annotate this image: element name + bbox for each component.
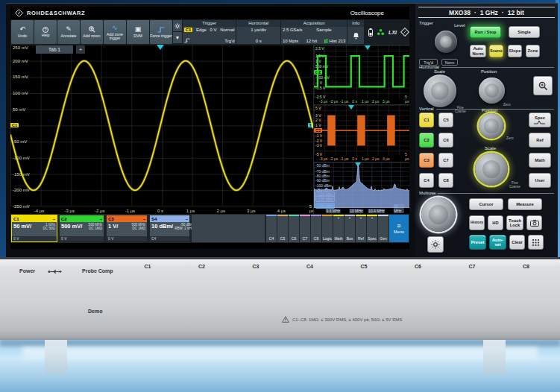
measure-button[interactable]: Measure	[508, 198, 542, 210]
ref-button[interactable]: Ref	[529, 133, 551, 148]
channel-badge-s4[interactable]: S4–10 dBm/-50 dBmRBW: 2 kHzC4	[149, 215, 190, 242]
vertical-position-knob[interactable]	[479, 113, 504, 139]
gear-icon[interactable]	[173, 20, 182, 31]
badge-header: C1–	[12, 215, 57, 222]
panel-s4-spectrum[interactable]: -50 dBm-70 dBm-80 dBm-90 dBm-100 dBm-110…	[313, 162, 409, 214]
toolbar-button-undo[interactable]: ↶Undo	[11, 20, 34, 44]
c3-pulse-trace	[314, 105, 409, 156]
v-scale-label: Scale	[485, 146, 496, 151]
signal-button-c6[interactable]: C6	[289, 215, 299, 242]
usb-icon	[48, 268, 63, 275]
trigger-level-knob[interactable]	[435, 31, 457, 53]
oscilloscope-display[interactable]: ROHDE&SCHWARZ Oscilloscope ↶Undo?Help✎An…	[10, 7, 409, 249]
signal-button-c8[interactable]: C8	[311, 215, 321, 242]
trigger-source-chip: C1	[184, 28, 193, 32]
single-button[interactable]: Single	[509, 26, 540, 38]
mini-x-tick: 0 s	[352, 99, 357, 104]
horizontal-position-knob[interactable]	[479, 78, 505, 104]
h-position-label: Position	[481, 69, 497, 74]
channel-badge-c1[interactable]: C1–50 mV/1 GHzDC 50Ω0 V	[11, 215, 57, 242]
lxi-logo: LXI	[388, 30, 397, 35]
stand-foot-right	[483, 340, 506, 374]
auto-norm-button[interactable]: Auto Norm	[470, 45, 486, 57]
signal-button-label: C5	[280, 236, 285, 241]
probe-comp-label: Probe Comp	[82, 268, 113, 274]
channel-button-c1[interactable]: C1	[419, 113, 434, 127]
signal-button-label: C6	[292, 236, 296, 241]
camera-button[interactable]	[526, 215, 542, 230]
preset-button[interactable]: Preset	[469, 235, 486, 250]
channel-button-c5[interactable]: C5	[438, 113, 453, 127]
toolbar-buttons: ↶Undo?Help✎AnnotateAdd zoom∿Add zone tri…	[10, 19, 172, 45]
signal-button-c5[interactable]: C5	[277, 215, 288, 242]
toolbar-button-add-zoom[interactable]: Add zoom	[81, 20, 103, 44]
hd-button[interactable]: HD	[488, 215, 503, 230]
clear-button[interactable]: Clear	[509, 235, 525, 250]
signal-button-bus[interactable]: +Bus	[345, 215, 355, 242]
history-button[interactable]: History	[469, 215, 485, 230]
channel-color-strip	[322, 215, 333, 216]
vertical-scale-knob[interactable]	[475, 153, 508, 186]
toolbar-button-label: Help	[42, 34, 50, 37]
toolbar-button-add-zone-trigger[interactable]: ∿Add zone trigger	[104, 20, 126, 44]
signal-bar-spacer	[192, 215, 265, 242]
minimize-icon: –	[143, 217, 145, 221]
main-x-tick: -3 µs	[64, 209, 74, 213]
intensity-button[interactable]	[427, 236, 444, 253]
minimize-icon: –	[100, 217, 102, 221]
touch-lock-button[interactable]: Touch Lock	[506, 215, 523, 230]
info-group[interactable]: Info	[347, 20, 364, 44]
signal-button-label: Logic	[323, 236, 332, 241]
signal-button-math[interactable]: +Math	[333, 215, 344, 242]
zoom-button[interactable]	[533, 76, 553, 95]
toolbar-button-force-trigger[interactable]: Force trigger	[150, 20, 172, 44]
toolbar-button-help[interactable]: ?Help	[34, 20, 57, 44]
toolbar-button-annotate[interactable]: ✎Annotate	[57, 20, 80, 44]
horizontal-scale-knob[interactable]	[424, 75, 456, 107]
panel-c2-digital[interactable]: C2 2.5 V1.5 V1 V500 mV-500 mV-1 V-1.5 V-…	[313, 45, 409, 104]
horizontal-scale: 1 µs/div	[251, 28, 266, 32]
badge-header: C2–	[60, 215, 104, 222]
toolbar-button-dvm[interactable]: ▣DVM	[127, 20, 149, 44]
zone-button[interactable]: Zone	[526, 45, 540, 57]
channel-button-c6[interactable]: C6	[438, 133, 453, 148]
signal-button-c4[interactable]: C4	[266, 215, 277, 242]
channel-color-strip	[289, 215, 299, 216]
multiuse-knob[interactable]	[421, 197, 456, 232]
signal-button-logic[interactable]: Logic	[322, 215, 333, 242]
channel-button-c3[interactable]: C3	[419, 153, 434, 168]
cursor-button[interactable]: Cursor	[469, 198, 503, 210]
keypad-icon	[532, 238, 540, 247]
spec-button[interactable]: Spec	[529, 113, 551, 127]
source-button[interactable]: Source	[489, 45, 503, 57]
keypad-button[interactable]	[528, 235, 544, 250]
panel-c3-pulses[interactable]: C3 5 V3 V2 V1 V-1 V-2 V-3 V-5 V-3 µs-2 µ…	[313, 104, 409, 162]
badge-info1: 1 GHz	[45, 223, 55, 227]
signal-button-spec[interactable]: +Spec	[367, 215, 377, 242]
channel-badge-c3[interactable]: C3–1 V/500 MHzDC 1MΩ0 V	[106, 215, 148, 242]
user-button[interactable]: User	[529, 173, 551, 188]
channel-button-c4[interactable]: C4	[419, 173, 434, 188]
run-stop-button[interactable]: Run / Stop	[470, 26, 501, 38]
signal-button-gen[interactable]: Gen	[378, 215, 388, 242]
channel-button-c8[interactable]: C8	[438, 173, 453, 188]
horizontal-status-group[interactable]: Horizontal 1 µs/div 0 s	[236, 20, 280, 44]
trigger-status-group[interactable]: Trigger C1 Edge 0 V Normal Trg'd	[183, 20, 236, 44]
signal-button-c7[interactable]: C7	[300, 215, 310, 242]
menu-button[interactable]: ≡ Menu	[389, 215, 409, 242]
toolbar-button-label: Annotate	[61, 34, 77, 38]
main-x-tick: 1 µs	[186, 209, 195, 213]
channel-button-c7[interactable]: C7	[438, 153, 453, 168]
dvm-icon: ▣	[135, 25, 142, 34]
main-waveform-plot[interactable]: Tab 1 + C1 T 250 mV200 mV150 mV100 mV50 …	[10, 45, 313, 214]
math-button[interactable]: Math	[529, 153, 551, 168]
autoset-button[interactable]: Auto- set	[489, 235, 506, 250]
chevron-down-icon[interactable]: ▼	[173, 32, 182, 43]
channel-badge-c2[interactable]: C2–500 mV/500 MHzDC 1MΩ0 V	[59, 215, 104, 242]
slope-button[interactable]: Slope	[508, 45, 522, 57]
trigger-mode: Normal	[220, 28, 234, 32]
signal-button-ref[interactable]: +Ref	[356, 215, 366, 242]
channel-button-c2[interactable]: C2	[419, 133, 434, 148]
acquisition-status-group[interactable]: Acquisition 2.5 GSa/s Sample 10 Mpts 12 …	[281, 20, 347, 44]
signal-button-label: Gen	[380, 236, 386, 241]
